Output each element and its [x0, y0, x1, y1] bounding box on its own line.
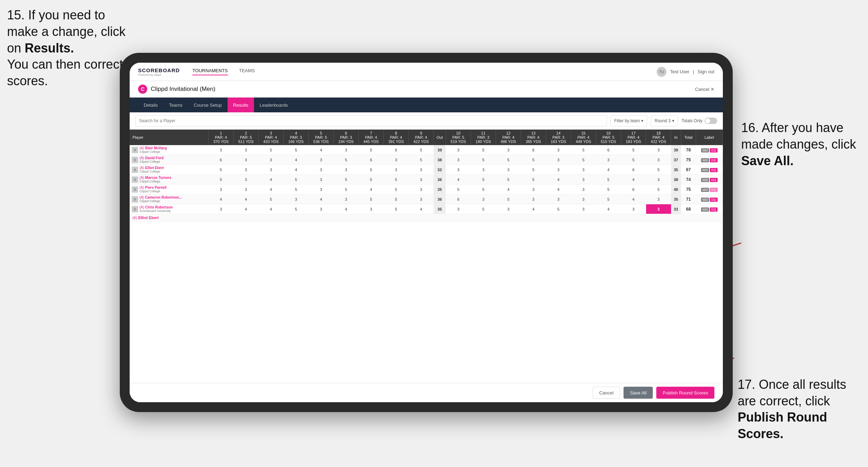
score-hole-2[interactable]: 3: [234, 165, 259, 175]
score-hole-8[interactable]: 3: [384, 165, 409, 175]
score-hole-14[interactable]: 4: [546, 185, 571, 194]
score-hole-15[interactable]: 3: [571, 165, 596, 175]
score-hole-1[interactable]: 5: [209, 175, 234, 185]
score-hole-13[interactable]: 5: [521, 165, 546, 175]
score-hole-12[interactable]: 3: [496, 204, 521, 214]
score-hole-17[interactable]: 4: [621, 175, 646, 185]
score-hole-14[interactable]: 4: [546, 175, 571, 185]
tab-results[interactable]: Results: [228, 98, 254, 112]
score-hole-5[interactable]: 4: [309, 194, 334, 204]
score-hole-14[interactable]: 3: [546, 194, 571, 204]
score-hole-16[interactable]: 6: [596, 145, 621, 155]
score-hole-2[interactable]: 3: [234, 185, 259, 194]
score-hole-2[interactable]: 3: [234, 155, 259, 165]
score-hole-8[interactable]: 5: [384, 185, 409, 194]
toggle-switch[interactable]: [705, 118, 717, 124]
score-hole-13[interactable]: 4: [521, 204, 546, 214]
search-input[interactable]: [135, 115, 607, 126]
score-hole-2[interactable]: 4: [234, 194, 259, 204]
label-dq[interactable]: DQ: [710, 207, 718, 212]
score-hole-3[interactable]: 4: [259, 175, 284, 185]
score-hole-5[interactable]: 4: [309, 145, 334, 155]
label-wd[interactable]: WD: [701, 178, 709, 182]
score-hole-10[interactable]: 5: [446, 185, 471, 194]
score-hole-1[interactable]: 5: [209, 165, 234, 175]
score-hole-17[interactable]: 5: [621, 145, 646, 155]
score-hole-13[interactable]: 5: [521, 175, 546, 185]
score-hole-16[interactable]: 4: [596, 204, 621, 214]
score-hole-12[interactable]: 3: [496, 165, 521, 175]
score-hole-17[interactable]: 5: [621, 155, 646, 165]
score-hole-12[interactable]: 5: [496, 194, 521, 204]
score-hole-11[interactable]: 5: [471, 145, 496, 155]
score-hole-13[interactable]: 6: [521, 145, 546, 155]
score-hole-11[interactable]: 5: [471, 155, 496, 165]
save-all-button[interactable]: Save All: [624, 387, 653, 399]
score-hole-17[interactable]: 6: [621, 185, 646, 194]
score-hole-12[interactable]: 5: [496, 155, 521, 165]
score-hole-11[interactable]: 5: [471, 204, 496, 214]
score-hole-12[interactable]: 4: [496, 185, 521, 194]
score-hole-15[interactable]: 3: [571, 204, 596, 214]
score-hole-5[interactable]: 3: [309, 165, 334, 175]
label-wd[interactable]: WD: [701, 207, 709, 212]
score-hole-3[interactable]: 4: [259, 185, 284, 194]
score-hole-7[interactable]: 4: [359, 185, 384, 194]
score-hole-6[interactable]: 3: [334, 145, 359, 155]
score-hole-5[interactable]: 3: [309, 204, 334, 214]
score-hole-8[interactable]: 3: [384, 155, 409, 165]
score-hole-18[interactable]: 3: [646, 204, 671, 214]
score-hole-9[interactable]: 3: [409, 194, 434, 204]
score-hole-10[interactable]: 6: [446, 194, 471, 204]
tab-course-setup[interactable]: Course Setup: [188, 98, 228, 112]
label-wd[interactable]: WD: [701, 188, 709, 192]
score-hole-17[interactable]: 3: [621, 204, 646, 214]
score-hole-14[interactable]: 3: [546, 165, 571, 175]
score-hole-13[interactable]: 3: [521, 185, 546, 194]
score-hole-7[interactable]: 5: [359, 175, 384, 185]
score-hole-5[interactable]: 3: [309, 155, 334, 165]
label-wd[interactable]: WD: [701, 158, 709, 162]
score-hole-11[interactable]: 5: [471, 175, 496, 185]
cancel-button[interactable]: Cancel: [593, 387, 620, 399]
score-hole-18[interactable]: 3: [646, 175, 671, 185]
score-hole-12[interactable]: 3: [496, 145, 521, 155]
score-hole-10[interactable]: 3: [446, 204, 471, 214]
score-hole-17[interactable]: 6: [621, 165, 646, 175]
score-hole-4[interactable]: 5: [284, 185, 309, 194]
score-hole-9[interactable]: 4: [409, 204, 434, 214]
score-hole-4[interactable]: 5: [284, 145, 309, 155]
score-hole-4[interactable]: 3: [284, 194, 309, 204]
score-hole-1[interactable]: 4: [209, 194, 234, 204]
label-dq[interactable]: DQ: [710, 178, 718, 182]
score-hole-17[interactable]: 4: [621, 194, 646, 204]
score-hole-15[interactable]: 3: [571, 194, 596, 204]
score-hole-1[interactable]: 6: [209, 155, 234, 165]
label-wd[interactable]: WD: [701, 168, 709, 172]
score-hole-3[interactable]: 5: [259, 145, 284, 155]
label-wd[interactable]: WD: [701, 198, 709, 202]
score-hole-10[interactable]: 3: [446, 155, 471, 165]
score-hole-14[interactable]: 3: [546, 155, 571, 165]
score-hole-2[interactable]: 4: [234, 204, 259, 214]
score-hole-1[interactable]: 3: [209, 204, 234, 214]
score-hole-5[interactable]: 3: [309, 175, 334, 185]
score-hole-3[interactable]: 4: [259, 204, 284, 214]
label-dq[interactable]: DQ: [710, 198, 718, 202]
score-hole-3[interactable]: 3: [259, 165, 284, 175]
cancel-tournament-button[interactable]: Cancel ✕: [695, 87, 714, 92]
score-hole-16[interactable]: 5: [596, 185, 621, 194]
label-dq[interactable]: DQ: [710, 148, 718, 152]
score-hole-2[interactable]: 3: [234, 145, 259, 155]
score-hole-10[interactable]: 3: [446, 145, 471, 155]
label-wd[interactable]: WD: [701, 148, 709, 152]
tab-details[interactable]: Details: [138, 98, 163, 112]
score-hole-15[interactable]: 5: [571, 145, 596, 155]
score-hole-6[interactable]: 3: [334, 165, 359, 175]
score-hole-15[interactable]: 3: [571, 185, 596, 194]
score-hole-4[interactable]: 4: [284, 165, 309, 175]
score-hole-7[interactable]: 5: [359, 145, 384, 155]
score-hole-2[interactable]: 3: [234, 175, 259, 185]
score-hole-18[interactable]: 3: [646, 145, 671, 155]
score-hole-11[interactable]: 3: [471, 194, 496, 204]
